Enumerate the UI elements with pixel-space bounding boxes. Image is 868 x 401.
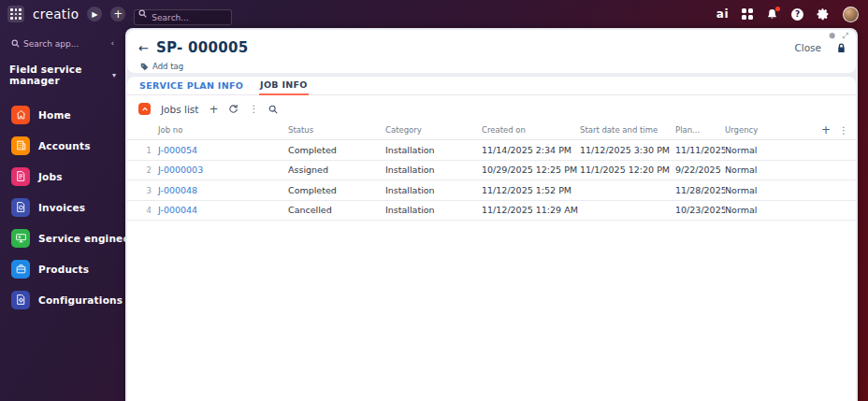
- settings-gear-icon[interactable]: [817, 7, 830, 21]
- sidebar-collapse-icon[interactable]: ‹: [110, 39, 114, 48]
- status-label: Completed: [288, 186, 380, 195]
- collapse-list-button[interactable]: [138, 103, 151, 115]
- category-cell: Installation: [385, 165, 482, 175]
- question-icon: ?: [795, 9, 800, 19]
- created-on-cell: 10/29/2025 12:25 PM: [482, 165, 580, 175]
- sidebar-item-home[interactable]: Home: [7, 99, 118, 130]
- status-cell: Cancelled: [288, 205, 385, 215]
- quick-add-button[interactable]: +: [110, 7, 125, 21]
- jobs-list-toolbar: Jobs list + ⋮: [127, 95, 856, 119]
- chevron-up-icon: [141, 106, 149, 113]
- sidebar-item-service-engineers[interactable]: Service engineers: [7, 222, 118, 253]
- start-date-cell: 11/12/2025 3:30 PM: [580, 145, 675, 155]
- creatio-logo: creatio: [33, 7, 79, 21]
- status-label: Cancelled: [288, 206, 380, 215]
- page-title: SP- 000005: [156, 39, 249, 56]
- created-on-cell: 11/12/2025 1:52 PM: [482, 185, 580, 195]
- category-cell: Installation: [385, 205, 482, 215]
- tab-service-plan-info[interactable]: SERVICE PLAN INFO: [138, 78, 244, 94]
- help-button[interactable]: ?: [791, 8, 803, 21]
- creatio-app: { "topbar": { "logo": "creatio", "search…: [0, 0, 868, 401]
- category-cell: Installation: [385, 145, 482, 155]
- plan-cell: 11/11/2025: [675, 145, 725, 155]
- invoices-icon: [11, 198, 30, 217]
- urgency-cell: Normal: [725, 185, 792, 195]
- sidebar-item-label: Invoices: [38, 202, 85, 213]
- tab-job-info[interactable]: JOB INFO: [259, 77, 309, 95]
- sidebar-item-label: Accounts: [38, 140, 91, 151]
- user-avatar[interactable]: [843, 7, 859, 22]
- job-link[interactable]: J-0000003: [158, 165, 203, 175]
- sidebar-search: ‹: [7, 36, 118, 51]
- created-on-cell: 11/14/2025 2:34 PM: [482, 145, 580, 155]
- expand-icon[interactable]: [842, 32, 849, 39]
- refresh-button[interactable]: [228, 104, 239, 114]
- products-icon: [11, 260, 30, 279]
- column-header-start-date-and-time[interactable]: Start date and time: [580, 125, 675, 135]
- record-body: SERVICE PLAN INFOJOB INFO Jobs list + ⋮ …: [127, 77, 856, 401]
- plus-icon: +: [209, 104, 218, 115]
- table-row[interactable]: 4J-000044CancelledInstallation11/12/2025…: [127, 201, 856, 222]
- plus-icon: +: [113, 7, 123, 21]
- search-icon: [138, 9, 147, 18]
- app-launcher-icon[interactable]: [7, 6, 24, 22]
- workplaces-icon[interactable]: [742, 8, 753, 20]
- status-label: Completed: [288, 146, 380, 155]
- service-engineers-icon: [11, 229, 30, 248]
- list-search-button[interactable]: [268, 105, 278, 114]
- start-date-cell: 11/1/2025 12:20 PM: [580, 165, 675, 175]
- urgency-cell: Normal: [725, 165, 792, 175]
- plan-cell: 9/22/2025: [675, 165, 725, 175]
- tag-icon: [140, 63, 149, 71]
- column-header-created-on[interactable]: Created on: [482, 125, 580, 135]
- creatio-ai-icon[interactable]: ai: [716, 7, 729, 21]
- status-cell: Completed: [288, 145, 385, 155]
- notifications-button[interactable]: [766, 8, 778, 21]
- column-header-category[interactable]: Category: [385, 125, 482, 135]
- add-column-button[interactable]: +: [821, 123, 831, 136]
- lock-icon[interactable]: [836, 43, 846, 53]
- table-row[interactable]: 3J-000048CompletedInstallation11/12/2025…: [127, 180, 856, 201]
- sidebar-item-label: Home: [38, 109, 71, 121]
- sidebar-search-input[interactable]: [23, 39, 107, 49]
- sidebar-item-label: Jobs: [38, 171, 63, 182]
- global-search-input[interactable]: [134, 9, 232, 25]
- search-icon: [11, 39, 20, 48]
- configurations-icon: [11, 291, 30, 309]
- back-arrow-icon[interactable]: ←: [138, 41, 149, 55]
- workspace-selector[interactable]: Field service manager ▾: [9, 64, 116, 86]
- workspace-title: Field service manager: [9, 64, 112, 86]
- home-icon: [11, 106, 30, 124]
- sidebar-item-invoices[interactable]: Invoices: [7, 192, 118, 222]
- sidebar-item-accounts[interactable]: Accounts: [7, 130, 118, 161]
- sidebar-item-configurations[interactable]: Configurations: [7, 284, 118, 315]
- column-header-urgency[interactable]: Urgency: [725, 125, 792, 135]
- sidebar-item-products[interactable]: Products: [7, 253, 118, 284]
- table-row[interactable]: 1J-000054CompletedInstallation11/14/2025…: [127, 140, 856, 161]
- urgency-cell: Normal: [725, 145, 792, 155]
- list-more-button[interactable]: ⋮: [249, 105, 258, 114]
- page-settings-gear-icon[interactable]: [829, 32, 836, 39]
- job-link[interactable]: J-000044: [158, 205, 197, 215]
- add-tag-button[interactable]: Add tag: [140, 62, 846, 71]
- table-more-button[interactable]: ⋮: [839, 125, 848, 136]
- close-button[interactable]: Close: [794, 42, 821, 53]
- column-header-job-no[interactable]: Job no: [138, 125, 288, 135]
- job-link[interactable]: J-000054: [158, 145, 197, 155]
- column-header-plan[interactable]: Plan...: [675, 125, 725, 135]
- job-no-cell: 2J-0000003: [138, 165, 288, 175]
- table-row[interactable]: 2J-0000003AssignedInstallation10/29/2025…: [127, 161, 856, 181]
- play-icon: ▶: [92, 10, 97, 19]
- jobs-icon: [11, 167, 30, 186]
- column-header-status[interactable]: Status: [288, 125, 385, 135]
- urgency-cell: Normal: [725, 205, 792, 215]
- record-title-row: ← SP- 000005 Close: [138, 39, 846, 56]
- row-number: 2: [138, 165, 152, 175]
- sidebar-nav: HomeAccountsJobsInvoicesService engineer…: [7, 99, 118, 315]
- sidebar-item-jobs[interactable]: Jobs: [7, 161, 118, 192]
- status-cell: Assigned: [288, 165, 385, 175]
- topbar-left: creatio ▶ +: [7, 6, 232, 22]
- run-process-button[interactable]: ▶: [87, 7, 102, 21]
- add-record-button[interactable]: +: [209, 104, 218, 115]
- job-link[interactable]: J-000048: [158, 185, 197, 195]
